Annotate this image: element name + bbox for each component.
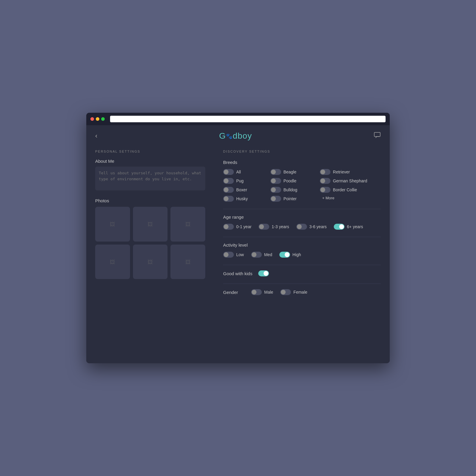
gender-female: Female <box>280 289 307 295</box>
main-layout: PERSONAL SETTINGS About Me Photos DISCOV… <box>95 150 381 302</box>
breed-pointer-toggle[interactable] <box>270 196 281 202</box>
address-bar[interactable] <box>110 116 386 122</box>
gender-section: Gender Male Female <box>223 289 381 295</box>
more-breeds-link[interactable]: + More <box>321 196 381 200</box>
divider-breeds <box>223 209 381 209</box>
age-6plus-toggle[interactable] <box>334 224 345 230</box>
photos-grid <box>95 207 205 279</box>
divider-age <box>223 237 381 237</box>
breed-pointer: Pointer <box>270 196 311 202</box>
photo-icon-5 <box>148 259 153 265</box>
age-0-1-toggle[interactable] <box>223 224 234 230</box>
chat-button[interactable] <box>374 131 381 140</box>
age-range-row: 0-1 year 1-3 years 3-6 years 6+ yea <box>223 224 381 230</box>
breed-all-toggle[interactable] <box>223 169 234 175</box>
top-nav: ‹ G🐾dboy <box>95 131 381 141</box>
good-with-kids-row: Good with kids <box>223 270 381 276</box>
age-1-3-label: 1-3 years <box>272 224 289 229</box>
activity-low-label: Low <box>236 252 244 257</box>
gender-male-toggle[interactable] <box>251 289 262 295</box>
breed-husky: Husky <box>223 196 262 202</box>
activity-high-label: High <box>292 252 301 257</box>
breed-beagle-label: Beagle <box>284 170 297 174</box>
good-with-kids-toggle[interactable] <box>258 270 269 276</box>
breed-poodle: Poodle <box>270 178 311 184</box>
breed-husky-label: Husky <box>236 196 248 201</box>
breeds-label: Breeds <box>223 160 381 165</box>
age-3-6-toggle[interactable] <box>296 224 307 230</box>
activity-high: High <box>279 252 301 258</box>
activity-high-toggle[interactable] <box>279 252 290 258</box>
breed-boxer-toggle[interactable] <box>223 187 234 193</box>
divider-activity <box>223 265 381 265</box>
traffic-light-yellow[interactable] <box>96 117 99 121</box>
age-0-1-label: 0-1 year <box>236 224 251 229</box>
breed-poodle-toggle[interactable] <box>270 178 281 184</box>
breed-border-collie-toggle[interactable] <box>320 187 331 193</box>
breed-pug-label: Pug <box>236 178 244 183</box>
activity-level-section: Activity level Low Med High <box>223 242 381 258</box>
breed-all-label: All <box>236 170 241 174</box>
age-1-3-toggle[interactable] <box>259 224 269 230</box>
breed-husky-toggle[interactable] <box>223 196 234 202</box>
breed-bulldog: Bulldog <box>270 187 311 193</box>
gender-male-label: Male <box>264 290 273 295</box>
age-6plus-label: 6+ years <box>347 224 363 229</box>
age-range-section: Age range 0-1 year 1-3 years 3-6 year <box>223 214 381 230</box>
breed-beagle-toggle[interactable] <box>270 169 281 175</box>
breed-german-shephard-toggle[interactable] <box>320 178 331 184</box>
photo-cell-6[interactable] <box>170 245 205 279</box>
breed-german-shephard-label: German Shephard <box>333 178 367 183</box>
breed-retriever-label: Retriever <box>333 170 350 174</box>
breed-bulldog-label: Bulldog <box>284 187 298 192</box>
photo-cell-1[interactable] <box>95 207 130 242</box>
activity-level-label: Activity level <box>223 242 381 248</box>
gender-female-toggle[interactable] <box>280 289 291 295</box>
gender-label: Gender <box>223 290 244 295</box>
gender-male: Male <box>251 289 273 295</box>
breed-retriever-toggle[interactable] <box>320 169 331 175</box>
activity-row: Low Med High <box>223 252 381 258</box>
breeds-grid: All Pug Boxer <box>223 169 381 202</box>
activity-low-toggle[interactable] <box>223 252 234 258</box>
breed-border-collie: Border Collie <box>320 187 381 193</box>
good-with-kids-label: Good with kids <box>223 271 252 276</box>
breed-bulldog-toggle[interactable] <box>270 187 281 193</box>
photo-icon-2 <box>148 221 153 228</box>
photo-icon-4 <box>110 259 115 265</box>
right-panel: DISCOVERY SETTINGS Breeds All <box>223 150 381 302</box>
browser-window: ‹ G🐾dboy PERSONAL SETTINGS About Me Phot… <box>86 113 390 363</box>
breeds-section: Breeds All Pug <box>223 160 381 202</box>
activity-low: Low <box>223 252 244 258</box>
photo-cell-2[interactable] <box>133 207 168 242</box>
photos-label: Photos <box>95 198 205 203</box>
svg-rect-0 <box>374 132 380 137</box>
about-me-label: About Me <box>95 159 205 164</box>
age-1-3: 1-3 years <box>259 224 289 230</box>
breed-boxer-label: Boxer <box>236 187 247 192</box>
photo-icon-6 <box>185 259 191 265</box>
breed-all: All <box>223 169 262 175</box>
traffic-light-red[interactable] <box>90 117 94 121</box>
age-3-6: 3-6 years <box>296 224 327 230</box>
photo-cell-5[interactable] <box>133 245 168 279</box>
photo-cell-3[interactable] <box>170 207 205 242</box>
activity-med-toggle[interactable] <box>251 252 262 258</box>
back-button[interactable]: ‹ <box>95 133 97 139</box>
activity-med-label: Med <box>264 252 272 257</box>
breed-pug-toggle[interactable] <box>223 178 234 184</box>
app-logo: G🐾dboy <box>219 131 252 141</box>
age-3-6-label: 3-6 years <box>309 224 327 229</box>
good-with-kids-section: Good with kids <box>223 270 381 276</box>
about-textarea[interactable] <box>95 167 205 190</box>
breed-border-collie-label: Border Collie <box>333 187 357 192</box>
age-0-1: 0-1 year <box>223 224 251 230</box>
photo-cell-4[interactable] <box>95 245 130 279</box>
breed-german-shephard: German Shephard <box>320 178 381 184</box>
left-panel: PERSONAL SETTINGS About Me Photos <box>95 150 205 302</box>
age-range-label: Age range <box>223 214 381 220</box>
traffic-light-green[interactable] <box>101 117 105 121</box>
photo-icon-1 <box>110 221 115 228</box>
app-content: ‹ G🐾dboy PERSONAL SETTINGS About Me Phot… <box>86 125 390 363</box>
age-6plus: 6+ years <box>334 224 363 230</box>
